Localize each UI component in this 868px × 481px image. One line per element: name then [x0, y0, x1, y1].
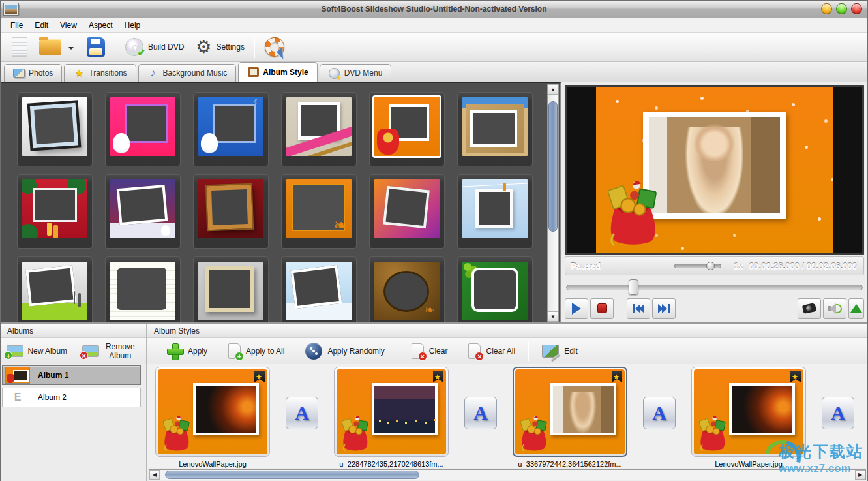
- build-dvd-button[interactable]: Build DVD: [119, 35, 190, 59]
- tab-dvd-menu[interactable]: DVD Menu: [320, 64, 392, 82]
- scrollbar-track[interactable]: [548, 95, 558, 311]
- transition-icon[interactable]: A: [822, 397, 854, 429]
- style-thumb-pink-teddy[interactable]: [105, 92, 181, 166]
- slide-caption: u=3367972442,3641562122fm...: [518, 460, 621, 468]
- album-item-album-1[interactable]: Album 1: [2, 365, 141, 385]
- apply-button[interactable]: Apply: [157, 340, 218, 362]
- style-applied-badge: [790, 371, 801, 382]
- page-cross-icon: ×: [468, 343, 481, 359]
- filmstrip-slide[interactable]: LenovoWallPaper.jpg: [691, 367, 806, 468]
- volume-button[interactable]: [823, 298, 846, 319]
- style-thumb-gift-ribbon[interactable]: [281, 92, 357, 166]
- style-thumb-polaroid[interactable]: [193, 256, 269, 322]
- settings-button[interactable]: ⚙ Settings: [190, 35, 250, 59]
- help-lifebuoy-icon: [265, 37, 284, 57]
- scroll-left-icon[interactable]: ◀: [149, 470, 160, 480]
- style-thumb-hanging[interactable]: [457, 174, 533, 249]
- style-thumb-classic-frame[interactable]: [17, 92, 93, 166]
- next-slide-button[interactable]: [652, 298, 676, 319]
- title-bar: Soft4Boost Slideshow Studio-Untitled-Non…: [1, 1, 867, 18]
- style-thumb-blue-teddy[interactable]: [193, 92, 269, 166]
- edit-button[interactable]: Edit: [531, 340, 588, 362]
- menu-item-edit[interactable]: Edit: [29, 20, 54, 31]
- style-thumb-parchment[interactable]: [457, 92, 533, 166]
- seek-track[interactable]: [566, 285, 863, 290]
- toolbar-separator: [115, 36, 115, 58]
- previous-slide-button[interactable]: [627, 298, 650, 319]
- play-icon: [572, 303, 581, 315]
- remove-album-button[interactable]: × Remove Album: [74, 338, 147, 364]
- transition-icon[interactable]: A: [286, 397, 318, 429]
- style-thumb-grapes[interactable]: [457, 256, 533, 322]
- seek-bar[interactable]: [565, 279, 864, 294]
- snow-dots-decor: [616, 100, 619, 103]
- filmstrip-slide[interactable]: u=3367972442,3641562122fm...: [513, 367, 627, 468]
- scroll-right-icon[interactable]: ▶: [855, 470, 865, 480]
- menu-item-aspect[interactable]: Aspect: [83, 20, 119, 31]
- filmstrip-horizontal-scrollbar[interactable]: ◀ ▶: [149, 469, 866, 480]
- style-thumb-torn[interactable]: [105, 256, 181, 322]
- clear-button[interactable]: ×Clear: [401, 340, 458, 362]
- open-dropdown-arrow-icon[interactable]: [68, 47, 74, 52]
- style-thumb-autumn-circle[interactable]: [369, 256, 445, 322]
- style-thumb-gold-frame[interactable]: [193, 174, 269, 249]
- menu-item-help[interactable]: Help: [119, 20, 147, 31]
- slide-caption: u=2284782435,2170248613fm...: [339, 460, 443, 468]
- apply-to-all-button[interactable]: +Apply to All: [218, 340, 295, 362]
- tab-transitions[interactable]: ★Transitions: [64, 64, 136, 82]
- style-thumb-purple-grad[interactable]: [369, 174, 445, 249]
- tab-album-style[interactable]: Album Style: [238, 62, 317, 82]
- new-album-button[interactable]: + New Album: [1, 338, 74, 364]
- speed-value: 1x: [734, 261, 743, 271]
- speed-slider-thumb[interactable]: [706, 262, 715, 270]
- style-thumb-winter-blue[interactable]: [281, 256, 357, 322]
- main-area: ▲ ▼ Paused 1x 00:00:26.000 / 00:02:0: [1, 82, 867, 324]
- volume-popup-button[interactable]: [848, 298, 864, 319]
- save-floppy-icon: [87, 37, 105, 57]
- preview-photo: [649, 117, 779, 212]
- toolbar-separator: [528, 341, 529, 361]
- play-button[interactable]: [565, 298, 588, 319]
- hscrollbar-thumb[interactable]: [165, 471, 419, 479]
- gift-bag-graphic: [159, 410, 194, 454]
- scrollbar-thumb[interactable]: [548, 101, 558, 232]
- apply-randomly-button[interactable]: Apply Randomly: [295, 340, 395, 362]
- new-project-button[interactable]: [6, 35, 33, 59]
- hscrollbar-track[interactable]: [160, 470, 855, 480]
- tab-photos[interactable]: Photos: [4, 64, 62, 82]
- menu-item-view[interactable]: View: [54, 20, 83, 31]
- style-thumb-xmas-orange[interactable]: [369, 92, 445, 166]
- snapshot-button[interactable]: [798, 298, 821, 319]
- slide-photo: [729, 383, 795, 436]
- menu-item-file[interactable]: File: [5, 20, 29, 31]
- time-display: 00:00:26.000 / 00:02:06.000: [749, 261, 857, 271]
- transition-icon[interactable]: A: [464, 397, 497, 429]
- open-project-button[interactable]: [33, 35, 81, 59]
- seek-thumb[interactable]: [629, 279, 638, 295]
- scroll-down-icon[interactable]: ▼: [548, 311, 558, 322]
- maximize-button[interactable]: [836, 3, 847, 14]
- save-project-button[interactable]: [81, 35, 111, 59]
- help-button[interactable]: [259, 35, 290, 59]
- slide-caption: LenovoWallPaper.jpg: [715, 460, 783, 468]
- style-thumb-snowman[interactable]: [105, 174, 181, 249]
- close-button[interactable]: [851, 3, 862, 14]
- stop-button[interactable]: [590, 298, 614, 319]
- album-item-album-2[interactable]: EAlbum 2: [2, 388, 141, 407]
- styles-vertical-scrollbar[interactable]: ▲ ▼: [547, 84, 559, 322]
- remove-album-label: Remove Album: [103, 342, 137, 360]
- scroll-up-icon[interactable]: ▲: [548, 84, 558, 95]
- dvd-icon: [329, 68, 340, 78]
- style-thumb-leaf-orange[interactable]: [281, 174, 357, 249]
- albums-header: Albums: [1, 324, 146, 338]
- speed-slider[interactable]: [674, 264, 721, 268]
- transition-icon[interactable]: A: [643, 397, 676, 429]
- gift-bag-graphic: [516, 410, 552, 454]
- style-thumb-holly[interactable]: [17, 174, 93, 249]
- minimize-button[interactable]: [821, 3, 832, 14]
- clear-all-button[interactable]: ×Clear All: [458, 340, 526, 362]
- filmstrip-slide[interactable]: u=2284782435,2170248613fm...: [334, 367, 449, 468]
- style-thumb-palm[interactable]: [17, 256, 93, 322]
- tab-background-music[interactable]: ♪Background Music: [138, 64, 237, 82]
- filmstrip-slide[interactable]: LenovoWallPaper.jpg: [155, 367, 270, 468]
